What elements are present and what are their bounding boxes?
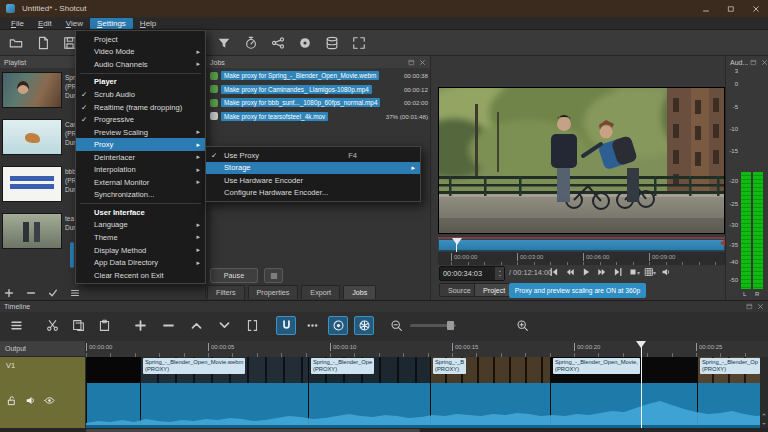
dock-tab-filters[interactable]: Filters bbox=[207, 285, 245, 299]
fast-forward-button[interactable] bbox=[595, 265, 609, 279]
scrubber-bar[interactable] bbox=[438, 239, 725, 251]
timecode-spin-buttons[interactable] bbox=[495, 267, 504, 280]
ripple-toggle[interactable] bbox=[328, 316, 348, 335]
zoom-in-button[interactable] bbox=[512, 316, 532, 335]
menu-item-clear-recent-on-exit[interactable]: Clear Recent on Exit bbox=[76, 269, 205, 282]
skip-to-start-button[interactable] bbox=[547, 265, 561, 279]
spin-down-icon[interactable] bbox=[496, 274, 503, 279]
menu-item-display-method[interactable]: Display Method▸ bbox=[76, 244, 205, 257]
append-button[interactable] bbox=[130, 316, 150, 335]
timeline-menu-button[interactable] bbox=[6, 316, 26, 335]
close-panel-icon[interactable] bbox=[417, 57, 428, 67]
job-row[interactable]: Make proxy for Spring_-_Blender_Open_Mov… bbox=[206, 69, 431, 82]
timeline-track-area[interactable]: Spring_-_Blender_Open_Movie.webm(PROXY)S… bbox=[86, 357, 768, 428]
export-icon[interactable] bbox=[293, 32, 316, 53]
dock-tab-export[interactable]: Export bbox=[301, 285, 340, 299]
timeline-vertical-scrollbar[interactable] bbox=[760, 357, 768, 428]
menu-item-interpolation[interactable]: Interpolation▸ bbox=[76, 163, 205, 176]
menu-item-language[interactable]: Language▸ bbox=[76, 219, 205, 232]
menu-item-scrub-audio[interactable]: ✓Scrub Audio bbox=[76, 88, 205, 101]
float-panel-icon[interactable] bbox=[748, 57, 759, 67]
menu-item-proxy[interactable]: Proxy▸ bbox=[76, 138, 205, 151]
overwrite-button[interactable] bbox=[214, 316, 234, 335]
mute-track-icon[interactable] bbox=[25, 395, 36, 406]
remove-from-playlist-button[interactable] bbox=[24, 286, 37, 299]
dock-tab-properties[interactable]: Properties bbox=[248, 285, 299, 299]
menu-item-video-mode[interactable]: Video Mode▸ bbox=[76, 46, 205, 59]
menu-view[interactable]: View bbox=[59, 18, 90, 29]
volume-button[interactable] bbox=[659, 265, 673, 279]
lock-track-icon[interactable] bbox=[6, 395, 17, 406]
job-row[interactable]: Make proxy for Caminandes_ Llamigos-1080… bbox=[206, 83, 431, 96]
menu-file[interactable]: File bbox=[4, 18, 31, 29]
output-track-head[interactable]: Output bbox=[0, 341, 85, 357]
job-row[interactable]: Make proxy for bbb_sunf..._1080p_60fps_n… bbox=[206, 96, 431, 109]
float-panel-icon[interactable] bbox=[744, 302, 755, 312]
loop-button[interactable]: ▾ bbox=[627, 265, 641, 279]
menu-item-synchronization[interactable]: Synchronization... bbox=[76, 189, 205, 202]
menu-item-deinterlacer[interactable]: Deinterlacer▸ bbox=[76, 151, 205, 164]
job-row[interactable]: Make proxy for tearsofsteel_4k.mov37% (0… bbox=[206, 110, 431, 123]
menu-item-configure-hardware-encoder[interactable]: Configure Hardware Encoder... bbox=[206, 187, 420, 200]
menu-item-project[interactable]: Project bbox=[76, 33, 205, 46]
close-button[interactable] bbox=[743, 0, 768, 17]
playlist-menu-button[interactable] bbox=[68, 286, 81, 299]
lift-button[interactable] bbox=[186, 316, 206, 335]
menu-item-realtime-frame-dropping[interactable]: ✓Realtime (frame dropping) bbox=[76, 101, 205, 114]
close-panel-icon[interactable] bbox=[759, 57, 768, 67]
current-position[interactable]: 00:00:34:03 bbox=[443, 269, 495, 278]
proxy-status-banner[interactable]: Proxy and preview scaling are ON at 360p bbox=[509, 283, 646, 298]
menu-item-external-monitor[interactable]: External Monitor▸ bbox=[76, 176, 205, 189]
menu-item-app-data-directory[interactable]: App Data Directory▸ bbox=[76, 256, 205, 269]
pause-job-button[interactable]: Pause bbox=[210, 268, 258, 283]
open-other-icon[interactable] bbox=[31, 32, 54, 53]
timeline-ruler[interactable]: 00:00:0000:00:0500:00:1000:00:1500:00:20… bbox=[86, 341, 768, 357]
split-button[interactable] bbox=[242, 316, 262, 335]
fullscreen-icon[interactable] bbox=[347, 32, 370, 53]
add-to-playlist-button[interactable] bbox=[2, 286, 15, 299]
nodes-icon[interactable] bbox=[266, 32, 289, 53]
dock-tab-jobs[interactable]: Jobs bbox=[343, 285, 376, 299]
scroll-up-icon[interactable] bbox=[760, 409, 768, 418]
playlist-scrollbar[interactable] bbox=[70, 242, 74, 268]
menu-item-preview-scaling[interactable]: Preview Scaling▸ bbox=[76, 126, 205, 139]
timecode-spinner[interactable]: 00:00:34:03 bbox=[439, 266, 505, 281]
scroll-down-icon[interactable] bbox=[760, 419, 768, 428]
menu-settings[interactable]: Settings bbox=[90, 18, 133, 29]
ripple-all-tracks-toggle[interactable] bbox=[354, 316, 374, 335]
timer-icon[interactable] bbox=[239, 32, 262, 53]
scrub-while-dragging-toggle[interactable] bbox=[302, 316, 322, 335]
scrubber-playhead[interactable] bbox=[452, 238, 462, 250]
menu-item-audio-channels[interactable]: Audio Channels▸ bbox=[76, 58, 205, 71]
ripple-delete-button[interactable] bbox=[158, 316, 178, 335]
minimize-button[interactable] bbox=[693, 0, 718, 17]
grid-button[interactable]: ▾ bbox=[643, 265, 657, 279]
copy-button[interactable] bbox=[68, 316, 88, 335]
menu-help[interactable]: Help bbox=[133, 18, 163, 29]
maximize-button[interactable] bbox=[718, 0, 743, 17]
zoom-out-button[interactable] bbox=[386, 316, 406, 335]
filters-icon[interactable] bbox=[212, 32, 235, 53]
menu-edit[interactable]: Edit bbox=[31, 18, 59, 29]
track-head-v1[interactable]: V1 bbox=[0, 357, 85, 428]
update-playlist-button[interactable] bbox=[46, 286, 59, 299]
menu-item-storage[interactable]: Storage▸ bbox=[206, 162, 420, 175]
cut-button[interactable] bbox=[42, 316, 62, 335]
float-panel-icon[interactable] bbox=[406, 57, 417, 67]
jobs-menu-button[interactable] bbox=[264, 268, 283, 283]
skip-to-end-button[interactable] bbox=[611, 265, 625, 279]
jobs-icon[interactable] bbox=[320, 32, 343, 53]
paste-button[interactable] bbox=[94, 316, 114, 335]
menu-item-theme[interactable]: Theme▸ bbox=[76, 231, 205, 244]
zoom-slider[interactable] bbox=[410, 316, 456, 335]
close-panel-icon[interactable] bbox=[755, 302, 766, 312]
open-file-icon[interactable] bbox=[4, 32, 27, 53]
menu-item-progressive[interactable]: ✓Progressive bbox=[76, 113, 205, 126]
menu-item-use-proxy[interactable]: ✓Use ProxyF4 bbox=[206, 149, 420, 162]
play-button[interactable] bbox=[579, 265, 593, 279]
menu-item-use-hardware-encoder[interactable]: Use Hardware Encoder bbox=[206, 174, 420, 187]
snap-toggle[interactable] bbox=[276, 316, 296, 335]
rewind-button[interactable] bbox=[563, 265, 577, 279]
hide-track-icon[interactable] bbox=[44, 395, 55, 406]
player-time-ruler[interactable]: 00:00:0000:03:0000:06:0000:09:00 bbox=[438, 252, 725, 265]
